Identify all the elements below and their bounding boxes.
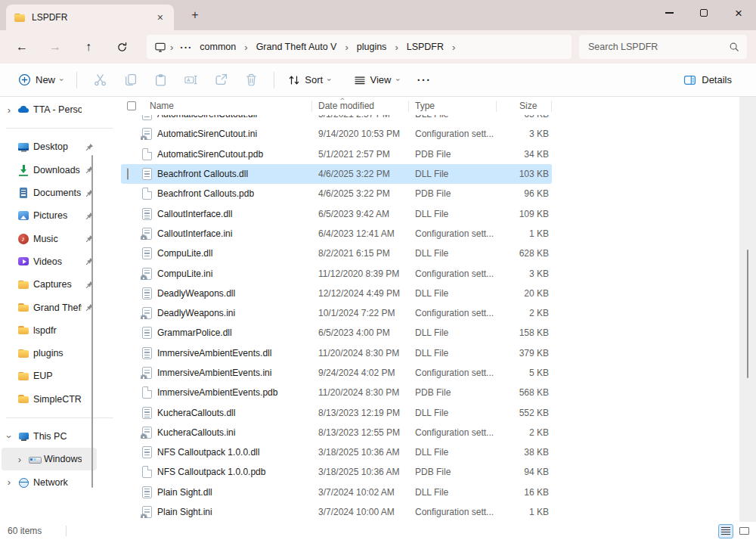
breadcrumb-ellipsis-button[interactable]: ··· [177,42,195,53]
breadcrumb-item[interactable]: plugins [352,39,392,54]
breadcrumb-item[interactable]: common [195,39,240,54]
file-name-cell: CompuLite.ini [141,268,312,280]
sidebar-item-label: plugins [33,348,82,358]
address-bar: ← → ↑ › ··· common › Grand Theft Auto V … [0,30,756,64]
breadcrumb-chevron-icon[interactable]: › [166,42,177,53]
file-row[interactable]: CalloutInterface.ini 6/4/2023 12:41 AM C… [121,224,552,244]
scrollbar-track[interactable] [739,97,756,522]
scrollbar-thumb[interactable] [747,250,748,378]
file-row[interactable]: NFS Calloutpack 1.0.0.dll 3/18/2025 10:3… [121,442,552,462]
column-header-type[interactable]: Type [409,97,497,115]
row-checkbox-cell [121,188,141,199]
details-view-toggle[interactable] [718,524,733,538]
sidebar-item[interactable]: Videos [2,250,97,273]
expand-chevron-icon[interactable] [15,454,24,465]
sidebar-item[interactable]: plugins [2,342,97,365]
sidebar-item[interactable]: Desktop [2,135,97,158]
file-row[interactable]: ImmersiveAmbientEvents.pdb 11/20/2024 8:… [121,383,552,402]
sidebar-item[interactable]: Windows (C:) [2,448,97,470]
file-type: Configuration sett... [409,228,497,239]
file-row[interactable]: KucheraCallouts.ini 8/13/2023 12:55 PM C… [121,423,552,442]
file-row[interactable]: CompuLite.dll 8/2/2021 6:15 PM DLL File … [121,244,552,263]
sidebar-item-label: Captures [33,279,82,290]
details-pane-button[interactable]: Details [683,74,732,86]
file-row[interactable]: DeadlyWeapons.dll 12/12/2024 4:49 PM DLL… [121,284,552,303]
sidebar-item[interactable]: Downloads [2,159,97,182]
explorer-tab[interactable]: LSPDFR × [6,5,174,30]
select-all-checkbox[interactable] [127,101,136,110]
sidebar-item[interactable]: EUP [2,365,97,387]
sidebar-item[interactable]: Music [2,227,97,250]
close-button[interactable]: × [721,0,756,26]
rename-button[interactable] [175,67,206,93]
breadcrumb-chevron-icon[interactable]: › [448,42,459,53]
cut-button[interactable] [85,67,115,93]
sidebar-item-icon [17,141,29,153]
file-row[interactable]: AutomaticSirenCutout.ini 9/14/2020 10:53… [121,124,552,144]
file-row[interactable]: DeadlyWeapons.ini 10/1/2024 7:22 PM Conf… [121,303,552,323]
file-row[interactable]: Beachfront Callouts.dll 4/6/2025 3:22 PM… [121,164,552,184]
new-button[interactable]: New [12,69,69,91]
paste-button[interactable] [145,67,175,93]
share-button[interactable] [206,67,236,93]
column-header-name[interactable]: Name [141,97,312,115]
tab-close-icon[interactable]: × [154,11,166,23]
file-type: DLL File [409,288,497,299]
file-list: Name Date modified Type Size AutomaticSi… [121,97,552,522]
breadcrumb-item[interactable]: LSPDFR [402,39,448,54]
status-bar: 60 items [0,522,756,540]
column-header-date-modified[interactable]: Date modified [312,97,409,115]
sidebar-item[interactable]: Documents [2,182,97,204]
file-row[interactable]: Beachfront Callouts.pdb 4/6/2025 3:22 PM… [121,184,552,203]
sidebar-item[interactable]: TTA - Personal [2,98,97,121]
large-icons-view-toggle[interactable] [736,524,751,538]
file-row[interactable]: ImmersiveAmbientEvents.dll 11/20/2024 8:… [121,343,552,363]
row-checkbox[interactable] [127,168,129,180]
file-row[interactable]: CalloutInterface.dll 6/5/2023 9:42 AM DL… [121,203,552,223]
file-type: DLL File [409,248,497,259]
expand-chevron-icon[interactable] [5,476,14,488]
up-button[interactable]: ↑ [77,36,100,58]
more-options-button[interactable]: ··· [417,74,432,86]
expand-chevron-icon[interactable] [5,431,14,442]
file-name: NFS Calloutpack 1.0.0.pdb [157,467,265,477]
back-button[interactable]: ← [11,36,33,58]
sidebar-item[interactable]: Captures [2,273,97,296]
breadcrumb-chevron-icon[interactable]: › [240,42,251,53]
breadcrumb-chevron-icon[interactable]: › [341,42,352,53]
sidebar-item[interactable]: Network [2,470,97,493]
sidebar-item[interactable]: Grand Theft A [2,296,97,318]
view-button[interactable]: View [348,70,405,91]
file-size: 2 KB [497,308,552,318]
copy-button[interactable] [115,67,145,93]
sidebar-item[interactable]: SimpleCTRL [2,388,97,411]
file-row[interactable]: ImmersiveAmbientEvents.ini 9/24/2024 4:0… [121,363,552,383]
file-row[interactable]: AutomaticSirenCutout.pdb 5/1/2021 2:57 P… [121,144,552,164]
file-row[interactable]: Plain Sight.ini 3/7/2024 10:00 AM Config… [121,502,552,522]
file-row[interactable]: NFS Calloutpack 1.0.0.pdb 3/18/2025 10:3… [121,462,552,482]
search-input[interactable] [587,41,729,53]
this-pc-icon[interactable] [154,42,166,53]
sidebar-item[interactable]: This PC [2,425,97,448]
maximize-button[interactable] [686,0,721,26]
file-row[interactable]: Plain Sight.dll 3/7/2024 10:02 AM DLL Fi… [121,483,552,502]
delete-button[interactable] [236,67,266,93]
file-row[interactable]: AutomaticSirenCutout.dll 5/1/2021 2:57 P… [121,115,552,124]
sidebar-item[interactable]: Pictures [2,204,97,227]
column-header-size[interactable]: Size [497,97,552,115]
sidebar-item[interactable]: lspdfr [2,319,97,342]
forward-button[interactable]: → [44,36,67,58]
refresh-button[interactable] [110,36,133,58]
breadcrumb-chevron-icon[interactable]: › [391,42,401,53]
minimize-button[interactable] [652,0,686,26]
expand-chevron-icon[interactable] [5,104,14,116]
file-row[interactable]: KucheraCallouts.dll 8/13/2023 12:19 PM D… [121,402,552,422]
new-tab-button[interactable]: + [186,6,204,24]
file-type-icon [142,208,152,220]
file-name-cell: AutomaticSirenCutout.pdb [141,148,312,160]
sidebar-scrollbar-thumb[interactable] [91,155,93,488]
file-row[interactable]: GrammarPolice.dll 6/5/2023 4:00 PM DLL F… [121,323,552,343]
file-row[interactable]: CompuLite.ini 11/12/2020 8:39 PM Configu… [121,263,552,283]
breadcrumb-item[interactable]: Grand Theft Auto V [252,39,342,54]
sort-button[interactable]: Sort [282,70,336,91]
